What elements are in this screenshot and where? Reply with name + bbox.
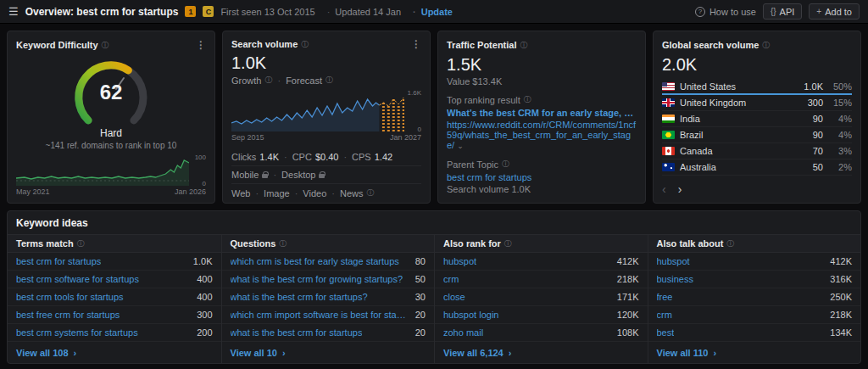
keyword-link[interactable]: business [657,274,693,284]
news-toggle[interactable]: News [326,188,363,198]
video-toggle[interactable]: Video [290,188,327,198]
country-name: Brazil [680,130,704,140]
flag-australia-icon [662,163,675,171]
country-name: Canada [680,146,713,156]
info-icon[interactable] [366,187,374,198]
keyword-link[interactable]: best crm software for startups [16,274,139,284]
keyword-link[interactable]: best crm systems for startups [16,327,138,338]
view-all-link[interactable]: View all 6,124 [443,348,504,358]
country-name: United Kingdom [680,98,746,108]
info-icon[interactable] [502,159,509,170]
info-icon[interactable] [520,40,528,51]
column-header-label: Also rank for [443,238,501,249]
country-name: United States [680,81,736,92]
flag-canada-icon [662,147,675,155]
keyword-volume: 1.0K [193,256,213,266]
chevron-left-icon[interactable]: ‹ [662,182,666,196]
keyword-row: hubspot login120K [435,306,648,324]
x-axis-start: May 2021 [16,187,50,196]
keyword-ideas-section: Keyword ideas Terms match best crm for s… [7,210,861,364]
keyword-link[interactable]: crm [443,274,459,284]
image-toggle[interactable]: Image [250,188,289,198]
keyword-link[interactable]: hubspot login [443,310,498,320]
info-icon[interactable] [264,75,272,86]
keyword-link[interactable]: free [657,292,673,302]
info-icon[interactable] [726,238,734,249]
api-icon: {} [771,7,776,16]
metrics-cards-row: Keyword Difficulty ⋮ 62 Hard ~141 ref. [0,24,868,210]
info-icon[interactable] [301,39,309,50]
keyword-link[interactable]: best crm for startups [16,256,101,266]
mobile-toggle[interactable]: Mobile [231,170,259,180]
page-title-keyword: best crm for startups [76,6,178,18]
keyword-link[interactable]: best free crm for startups [16,310,120,320]
y-axis-max: 100 [195,154,206,161]
keyword-link[interactable]: best crm tools for startups [16,292,124,302]
keyword-link[interactable]: what is the best crm for startups [231,327,363,338]
keyword-link[interactable]: hubspot [657,256,690,266]
info-icon[interactable] [77,238,85,249]
view-all-link[interactable]: View all 110 [657,348,709,358]
chevron-right-icon[interactable]: › [678,182,682,196]
api-button[interactable]: {} API [763,3,802,20]
questions-column: Questions which crm is best for early st… [221,234,435,363]
also-talk-about-column: Also talk about hubspot412K business316K… [648,234,861,363]
x-axis-end: Jan 2027 [390,133,421,142]
view-all-link[interactable]: View all 108 [16,348,69,358]
menu-icon[interactable]: ☰ [8,5,19,18]
top-result-url[interactable]: https://www.reddit.com/r/CRM/comments/1n… [447,120,637,151]
country-row-united-kingdom[interactable]: United Kingdom 300 15% [662,95,852,111]
country-row-brazil[interactable]: Brazil 90 4% [662,127,852,143]
country-row-canada[interactable]: Canada 70 3% [662,143,852,159]
keyword-volume: 108K [617,327,639,338]
keyword-link[interactable]: close [443,292,465,302]
keyword-volume: 171K [617,292,639,302]
growth-toggle[interactable]: Growth [231,75,261,86]
view-all-link[interactable]: View all 10 [231,348,277,358]
top-result-link[interactable]: What's the best CRM for an early stage, … [447,108,637,118]
traffic-potential-card: Traffic Potential 1.5K Value $13.4K Top … [437,31,646,204]
metric-value: 1.42 [375,152,392,162]
add-to-button[interactable]: + Add to [809,3,860,20]
keyword-link[interactable]: which crm is best for early stage startu… [231,256,399,266]
keyword-link[interactable]: hubspot [443,256,476,266]
info-icon[interactable] [524,94,531,105]
parent-topic-link[interactable]: best crm for startups [447,172,637,182]
terms-match-column: Terms match best crm for startups1.0K be… [8,234,221,363]
search-volume-title: Search volume [231,39,298,49]
how-to-use-link[interactable]: ? How to use [695,7,756,17]
keyword-row: hubspot412K [435,253,648,271]
keyword-link[interactable]: which crm import software is best for st… [231,310,409,320]
keyword-link[interactable]: what is the best crm for startups? [231,292,368,302]
country-row-australia[interactable]: Australia 50 2% [662,159,852,176]
info-icon[interactable] [279,238,287,249]
keyword-row: what is the best crm for startups?30 [222,288,435,306]
country-row-india[interactable]: India 90 4% [662,111,852,127]
forecast-toggle[interactable]: Forecast [272,75,321,86]
info-icon[interactable] [102,40,109,51]
desktop-toggle[interactable]: Desktop [268,170,315,180]
keyword-link[interactable]: zoho mail [443,327,483,338]
keyword-link[interactable]: what is the best crm for growing startup… [231,274,403,284]
country-row-united-states[interactable]: United States 1.0K 50% [662,79,852,95]
keyword-link[interactable]: crm [657,310,672,320]
search-volume-card: Search volume ⋮ 1.0K Growth Forecast [222,31,431,204]
info-icon[interactable] [762,40,770,51]
clicks-metrics-row: Clicks1.4K CPC$0.40 CPS1.42 [231,150,421,165]
y-axis-min: 0 [418,126,421,133]
keyword-link[interactable]: best [657,327,675,338]
keyword-row: crm218K [648,306,861,324]
more-menu-icon[interactable]: ⋮ [411,38,421,50]
chevron-down-icon[interactable]: ⌄ [457,142,464,150]
update-link[interactable]: Update [408,7,453,17]
keyword-volume: 30 [415,292,426,302]
country-badge[interactable]: C [203,6,214,17]
info-icon[interactable] [326,75,333,86]
column-footer: View all 108› [8,342,221,363]
column-footer: View all 110› [648,342,861,363]
more-menu-icon[interactable]: ⋮ [196,39,206,51]
serp-badge[interactable]: 1 [185,6,196,17]
web-toggle[interactable]: Web [231,188,250,198]
card-header: Keyword Difficulty ⋮ [16,38,206,52]
info-icon[interactable] [504,238,512,249]
